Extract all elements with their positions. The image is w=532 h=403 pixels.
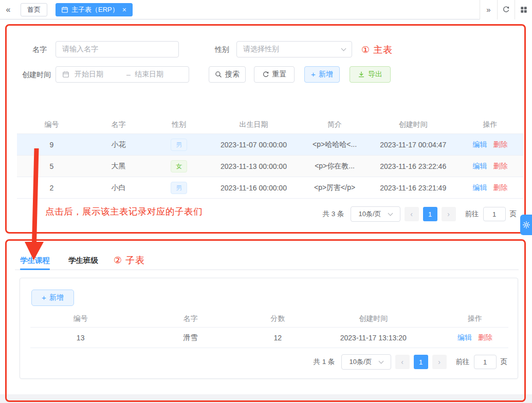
cell-created: 2023-11-16 23:22:46 (370, 162, 457, 170)
download-icon (358, 71, 365, 78)
col-header: 性别 (151, 120, 207, 129)
chevron-down-icon (378, 358, 383, 363)
tab-master-child-erp[interactable]: 主子表（ERP） × (56, 3, 133, 16)
page-size-select[interactable]: 10条/页 (341, 354, 391, 370)
plus-icon: + (42, 294, 46, 301)
page-unit-label: 页 (501, 357, 508, 367)
search-icon (215, 71, 222, 78)
goto-page-input[interactable] (483, 207, 506, 221)
edit-link[interactable]: 编辑 (472, 140, 487, 148)
table-row[interactable]: 2 小白 男 2023-11-16 00:00:00 <p>厉害</p> 202… (17, 177, 523, 199)
search-button-label: 搜索 (225, 70, 240, 79)
cell-id: 13 (30, 334, 131, 342)
tab-student-class[interactable]: 学生班级 (68, 256, 98, 265)
tabbar-actions: » (480, 0, 532, 20)
table-row[interactable]: 13 滑雪 12 2023-11-17 13:13:20 编辑删除 (30, 328, 508, 348)
prev-page-button[interactable]: ‹ (405, 207, 419, 221)
reset-icon (262, 71, 269, 78)
col-header: 简介 (300, 120, 370, 129)
cell-intro: <p>哈哈哈<... (300, 140, 370, 149)
edit-link[interactable]: 编辑 (457, 333, 472, 341)
table-row[interactable]: 5 大黑 女 2023-11-13 00:00:00 <p>你在教... 202… (17, 156, 523, 177)
close-icon[interactable]: × (122, 6, 127, 13)
col-header: 出生日期 (207, 120, 300, 129)
col-header: 操作 (442, 314, 508, 323)
cell-intro: <p>你在教... (300, 162, 370, 171)
cell-name: 小白 (86, 183, 151, 193)
page-size-value: 10条/页 (358, 209, 381, 219)
layout-grid-icon[interactable] (515, 0, 532, 20)
delete-link[interactable]: 删除 (493, 183, 507, 191)
delete-link[interactable]: 删除 (493, 140, 507, 148)
tab-home-label: 首页 (27, 5, 41, 14)
tags-view-bar: « 首页 主子表（ERP） × » (0, 0, 532, 20)
gender-label: 性别 (215, 41, 229, 57)
date-range-separator: – (122, 70, 135, 79)
page-size-value: 10条/页 (349, 357, 372, 367)
sub-pagination: 共 1 条 10条/页 ‹ 1 › 前往 页 (313, 354, 507, 370)
calendar-icon (62, 71, 69, 78)
col-header: 创建时间 (305, 314, 442, 323)
prev-page-button[interactable]: ‹ (395, 355, 410, 369)
name-input[interactable]: 请输入名字 (56, 41, 179, 57)
gender-tag: 男 (171, 182, 187, 194)
cell-birth: 2023-11-16 00:00:00 (207, 184, 300, 192)
cell-id: 5 (17, 162, 86, 170)
col-header: 名字 (131, 314, 250, 323)
cell-created: 2023-11-17 13:13:20 (305, 334, 442, 342)
col-header: 名字 (86, 120, 151, 129)
gender-select[interactable]: 请选择性别 (236, 41, 352, 57)
page-size-select[interactable]: 10条/页 (351, 206, 400, 222)
col-header: 分数 (250, 314, 305, 323)
sub-add-button[interactable]: + 新增 (31, 290, 74, 306)
page-unit-label: 页 (510, 209, 517, 219)
cell-birth: 2023-11-13 00:00:00 (207, 162, 300, 170)
sub-table-card: + 新增 编号 名字 分数 创建时间 操作 13 滑雪 12 2023-11-1… (20, 278, 518, 379)
refresh-icon[interactable] (497, 0, 515, 20)
delete-link[interactable]: 删除 (478, 333, 492, 341)
date-range-input[interactable]: 开始日期 – 结束日期 (56, 66, 189, 83)
export-button-label: 导出 (368, 70, 382, 79)
master-section-outline: 名字 请输入名字 性别 请选择性别 ① 主表 创建时间 开始日期 – 结束日期 … (5, 24, 526, 234)
chevron-down-icon (341, 46, 346, 51)
export-button[interactable]: 导出 (350, 66, 391, 83)
tab-master-child-label: 主子表（ERP） (71, 5, 119, 14)
next-page-button[interactable]: › (432, 355, 447, 369)
reset-button[interactable]: 重置 (254, 66, 295, 83)
cell-score: 12 (250, 334, 305, 342)
delete-link[interactable]: 删除 (493, 162, 507, 170)
master-pagination: 共 3 条 10条/页 ‹ 1 › 前往 页 (322, 206, 517, 222)
sub-add-button-label: 新增 (49, 293, 64, 302)
total-count: 共 1 条 (313, 357, 335, 367)
edit-link[interactable]: 编辑 (472, 162, 487, 170)
tab-home[interactable]: 首页 (21, 3, 47, 16)
gender-select-placeholder: 请选择性别 (243, 45, 279, 54)
search-button[interactable]: 搜索 (209, 66, 246, 83)
page-number-button[interactable]: 1 (423, 207, 437, 221)
next-page-button[interactable]: › (442, 207, 456, 221)
collapse-sidebar-icon[interactable]: « (0, 5, 16, 14)
page-number-button[interactable]: 1 (414, 355, 428, 369)
sub-table-header: 编号 名字 分数 创建时间 操作 (30, 310, 508, 328)
col-header: 创建时间 (370, 120, 457, 129)
cell-created: 2023-11-16 23:21:49 (370, 184, 457, 192)
col-header: 编号 (30, 314, 131, 323)
add-button-label: 新增 (319, 70, 333, 79)
goto-page-input[interactable] (474, 355, 497, 369)
name-label: 名字 (32, 41, 47, 57)
cell-created: 2023-11-17 00:04:47 (370, 141, 457, 149)
click-hint-note: 点击后，展示该主表记录对应的子表们 (45, 205, 203, 218)
tab-student-course[interactable]: 学生课程 (20, 256, 50, 265)
settings-gear-button[interactable] (520, 215, 532, 235)
edit-link[interactable]: 编辑 (472, 183, 487, 191)
add-button[interactable]: + 新增 (304, 66, 340, 83)
gender-tag: 男 (171, 139, 187, 151)
active-tab-underline (20, 268, 50, 270)
sub-table: 编号 名字 分数 创建时间 操作 13 滑雪 12 2023-11-17 13:… (30, 310, 508, 348)
plus-icon: + (311, 70, 316, 78)
master-annotation: ① 主表 (361, 44, 393, 56)
expand-tabs-icon[interactable]: » (480, 0, 497, 20)
cell-id: 9 (17, 141, 86, 149)
table-row[interactable]: 9 小花 男 2023-11-07 00:00:00 <p>哈哈哈<... 20… (17, 134, 523, 156)
col-header: 编号 (17, 120, 86, 129)
